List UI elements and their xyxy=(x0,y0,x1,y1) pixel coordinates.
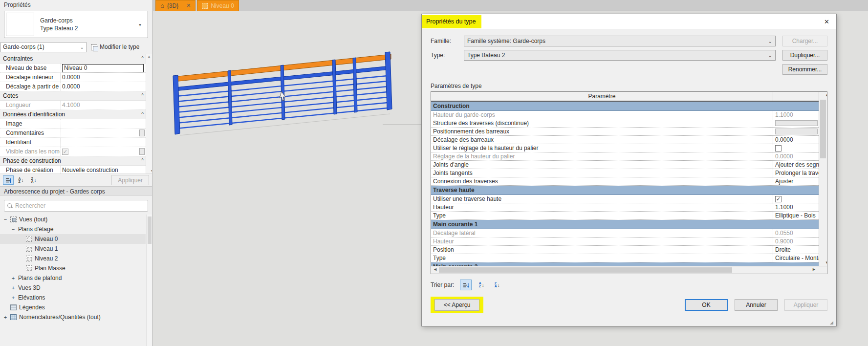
property-value-edit[interactable]: Niveau 0 xyxy=(62,64,144,72)
param-row[interactable]: Utiliser une traverse haute xyxy=(431,195,819,203)
ok-button[interactable]: OK xyxy=(685,299,728,311)
preview-button[interactable]: << Aperçu xyxy=(434,299,479,311)
sort-ascending-button[interactable]: AZ↓ xyxy=(476,280,487,290)
property-section-header[interactable]: Phase de construction^ xyxy=(0,156,146,166)
param-row[interactable]: Connexion des traversesAjuster xyxy=(431,177,819,186)
tab-niveau-0[interactable]: Niveau 0 xyxy=(197,0,239,11)
param-value[interactable]: Droite xyxy=(773,246,819,254)
scrollbar-thumb[interactable] xyxy=(439,267,732,273)
type-selector[interactable]: Garde-corps Type Bateau 2 ▾ xyxy=(4,11,148,38)
param-edit-button[interactable] xyxy=(775,129,818,134)
scroll-left-icon[interactable]: ◄ xyxy=(433,267,437,272)
sort-descending-button[interactable]: ZA↓ xyxy=(28,175,39,185)
param-row[interactable]: Joints d'angleAjouter des segm xyxy=(431,161,819,169)
cancel-button[interactable]: Annuler xyxy=(735,299,778,311)
param-value[interactable]: Elliptique - Bois xyxy=(773,212,819,219)
param-value[interactable]: Ajouter des segm xyxy=(773,161,819,169)
sort-ascending-button[interactable]: AZ↓ xyxy=(16,175,26,185)
scrollbar-thumb[interactable] xyxy=(148,216,152,244)
family-select[interactable]: Famille système: Garde-corps ⌄ xyxy=(464,36,776,46)
search-box[interactable] xyxy=(4,200,148,212)
param-value[interactable] xyxy=(773,119,819,127)
param-row[interactable]: Hauteur du garde-corps1.1000 xyxy=(431,111,819,119)
tree-item-niveau-2[interactable]: Niveau 2 xyxy=(0,254,146,263)
scrollbar-vertical[interactable] xyxy=(146,215,152,346)
param-value[interactable]: 1.1000 xyxy=(773,111,819,119)
tree-item-nomenclatures-quantit-s-tout-[interactable]: +Nomenclatures/Quantités (tout) xyxy=(0,312,146,322)
dialog-titlebar[interactable]: Propriétés du type ✕ xyxy=(422,14,836,29)
tab-3d-view[interactable]: ⌂ {3D} ✕ xyxy=(155,0,195,11)
param-row[interactable]: Hauteur0.9000 xyxy=(431,238,819,246)
tree-item-plans-d-tage[interactable]: −Plans d'étage xyxy=(0,224,146,234)
collapse-icon[interactable]: ^ xyxy=(141,110,144,119)
property-row[interactable]: Identifiant xyxy=(0,138,146,147)
checkbox[interactable] xyxy=(62,149,68,155)
tree-item-el-vations[interactable]: +Elévations xyxy=(0,293,146,303)
collapse-icon[interactable]: ^ xyxy=(141,91,144,100)
more-button[interactable] xyxy=(139,148,145,155)
param-row[interactable]: PositionDroite xyxy=(431,246,819,254)
tree-item-niveau-0[interactable]: Niveau 0 xyxy=(0,234,146,244)
property-row[interactable]: Décalage inférieur0.0000 xyxy=(0,73,146,82)
tree-expander-icon[interactable]: − xyxy=(11,226,16,232)
param-row[interactable]: Utiliser le réglage de la hauteur du pal… xyxy=(431,144,819,152)
scroll-down-icon[interactable]: ▼ xyxy=(149,169,152,173)
param-row[interactable]: Hauteur1.1000 xyxy=(431,203,819,212)
close-icon[interactable]: ✕ xyxy=(817,18,836,25)
type-select[interactable]: Type Bateau 2 ⌄ xyxy=(464,50,776,61)
element-filter-select[interactable]: Garde-corps (1) ⌄ xyxy=(0,42,87,52)
rename-button[interactable]: Renommer... xyxy=(782,64,827,75)
tree-expander-icon[interactable]: + xyxy=(11,285,16,291)
sort-default-button[interactable] xyxy=(460,280,472,290)
railing-3d-model[interactable] xyxy=(165,46,400,154)
sort-descending-button[interactable]: ZA↓ xyxy=(491,280,503,290)
collapse-icon[interactable]: ^ xyxy=(141,156,144,165)
param-value[interactable]: Circulaire - Monta xyxy=(773,254,819,262)
scrollbar-horizontal[interactable]: ◄ ► xyxy=(431,266,827,274)
property-row[interactable]: Commentaires xyxy=(0,129,146,138)
param-value[interactable]: 1.1000 xyxy=(773,203,819,211)
property-value[interactable] xyxy=(61,147,146,156)
checkbox[interactable] xyxy=(775,145,781,151)
property-section-header[interactable]: Cotes^ xyxy=(0,91,146,101)
chevron-down-icon[interactable]: ▾ xyxy=(139,22,148,27)
property-section-header[interactable]: Contraintes^ xyxy=(0,54,146,64)
param-value[interactable]: 0.9000 xyxy=(773,238,819,245)
property-section-header[interactable]: Données d'identification^ xyxy=(0,110,146,119)
more-button[interactable] xyxy=(139,130,145,136)
tree-expander-icon[interactable]: + xyxy=(3,314,8,320)
scroll-up-icon[interactable]: ▲ xyxy=(146,54,152,59)
search-input[interactable] xyxy=(15,202,145,209)
property-row[interactable]: Niveau de baseNiveau 0 xyxy=(0,64,146,73)
apply-button[interactable]: Appliquer xyxy=(111,175,149,185)
param-edit-button[interactable] xyxy=(775,120,818,126)
tree-item-vues-3d[interactable]: +Vues 3D xyxy=(0,283,146,293)
param-row[interactable]: Réglage de la hauteur du palier0.0000 xyxy=(431,152,819,161)
param-row[interactable]: Positionnement des barreaux xyxy=(431,128,819,136)
property-row[interactable]: Décalage à partir de la t...0.0000 xyxy=(0,82,146,91)
param-value[interactable]: 0.0550 xyxy=(773,229,819,237)
property-value[interactable]: Nouvelle construction xyxy=(61,166,146,173)
property-value[interactable]: 0.0000 xyxy=(61,73,146,82)
param-row[interactable]: Décalage latéral0.0550 xyxy=(431,229,819,238)
tree-expander-icon[interactable]: + xyxy=(11,295,16,301)
duplicate-button[interactable]: Dupliquer... xyxy=(782,50,827,61)
collapse-icon[interactable]: ^ xyxy=(141,54,144,63)
param-value[interactable] xyxy=(773,195,819,203)
tree-item-l-gendes[interactable]: Légendes xyxy=(0,303,146,312)
tree-item-niveau-1[interactable]: Niveau 1 xyxy=(0,244,146,254)
param-row[interactable]: TypeElliptique - Bois xyxy=(431,212,819,220)
scroll-up-icon[interactable]: ▲ xyxy=(823,93,827,97)
resize-grip[interactable]: ◢ xyxy=(830,320,835,325)
param-row[interactable]: Décalage des barreaux0.0000 xyxy=(431,136,819,144)
property-row[interactable]: Phase de créationNouvelle construction xyxy=(0,166,146,173)
param-row[interactable]: Joints tangentsProlonger la trave xyxy=(431,169,819,177)
param-value[interactable] xyxy=(773,128,819,135)
scroll-down-icon[interactable]: ▼ xyxy=(823,260,827,265)
tree-item-plan-masse[interactable]: Plan Masse xyxy=(0,263,146,273)
param-value[interactable] xyxy=(773,144,819,152)
param-value[interactable]: 0.0000 xyxy=(773,136,819,144)
edit-type-button[interactable]: Modifier le type xyxy=(90,42,140,52)
property-row[interactable]: Image xyxy=(0,119,146,129)
load-button[interactable]: Charger... xyxy=(782,36,827,46)
